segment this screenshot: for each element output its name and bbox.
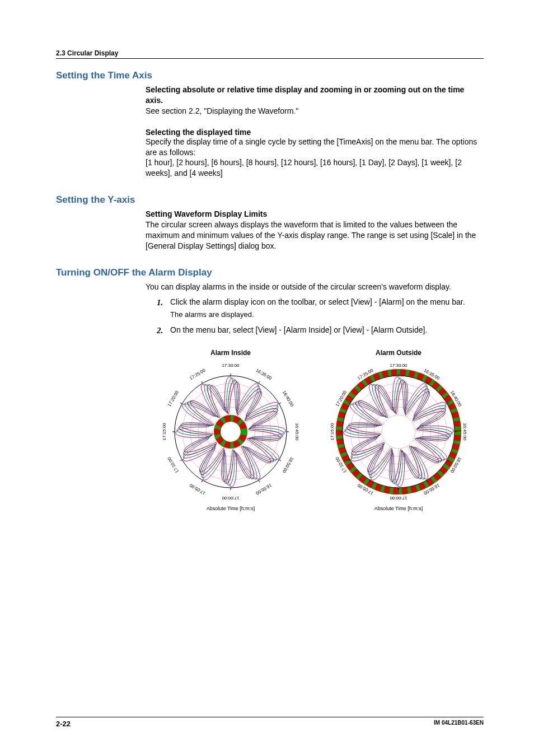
subheading-waveform-limits: Setting Waveform Display Limits xyxy=(146,209,484,220)
polar-chart-outside: 17:30:0016:35:0016:40:0016:45:0016:50:00… xyxy=(326,359,471,505)
axis-label-inside: Absolute Time [h:m:s] xyxy=(158,506,303,511)
step-1-text: Click the alarm display icon on the tool… xyxy=(170,297,465,306)
svg-text:17:30:00: 17:30:00 xyxy=(222,363,240,368)
svg-line-22 xyxy=(279,460,281,461)
svg-text:17:25:00: 17:25:00 xyxy=(189,368,207,381)
svg-text:16:50:00: 16:50:00 xyxy=(282,456,295,474)
svg-text:17:10:00: 17:10:00 xyxy=(167,456,180,474)
text-waveform-limits: The circular screen always displays the … xyxy=(146,220,484,251)
svg-line-34 xyxy=(180,460,182,461)
svg-text:16:35:00: 16:35:00 xyxy=(255,368,273,381)
svg-text:17:15:00: 17:15:00 xyxy=(330,423,335,441)
chart-alarm-inside: Alarm Inside 17:30:0016:35:0016:40:0016:… xyxy=(158,349,303,511)
text-alarm-intro: You can display alarms in the inside or … xyxy=(146,282,484,292)
svg-line-43 xyxy=(202,381,203,383)
page-footer: 2-22 IM 04L21B01-63EN xyxy=(56,717,484,728)
svg-text:16:45:00: 16:45:00 xyxy=(462,423,467,441)
chart-alarm-outside: Alarm Outside 17:30:0016:35:0016:40:0016… xyxy=(326,349,471,511)
axis-label-outside: Absolute Time [h:m:s] xyxy=(326,506,471,511)
subheading-displayed-time: Selecting the displayed time xyxy=(146,128,484,137)
chart-title-outside: Alarm Outside xyxy=(326,349,471,357)
svg-line-25 xyxy=(259,480,260,482)
heading-time-axis: Setting the Time Axis xyxy=(56,70,484,81)
svg-text:16:40:00: 16:40:00 xyxy=(282,390,295,408)
text-displayed-time-2: [1 hour], [2 hours], [6 hours], [8 hours… xyxy=(146,157,484,179)
subheading-abs-rel: Selecting absolute or relative time disp… xyxy=(146,85,484,106)
svg-text:17:20:00: 17:20:00 xyxy=(167,390,180,408)
svg-text:16:55:00: 16:55:00 xyxy=(255,483,273,496)
svg-line-16 xyxy=(279,403,281,404)
heading-alarm-display: Turning ON/OFF the Alarm Display xyxy=(56,267,484,278)
step-number-2: 2. xyxy=(157,325,163,336)
text-see-section: See section 2.2, "Displaying the Wavefor… xyxy=(146,106,484,116)
page-number: 2-22 xyxy=(56,720,71,728)
chart-title-inside: Alarm Inside xyxy=(158,349,303,357)
step-2-text: On the menu bar, select [View] - [Alarm … xyxy=(170,325,427,334)
svg-text:17:00:00: 17:00:00 xyxy=(222,496,240,501)
polar-chart-inside: 17:30:0016:35:0016:40:0016:45:0016:50:00… xyxy=(158,359,303,505)
step-2: 2. On the menu bar, select [View] - [Ala… xyxy=(157,325,484,335)
svg-point-47 xyxy=(382,415,415,449)
doc-id: IM 04L21B01-63EN xyxy=(434,720,484,728)
charts-row: Alarm Inside 17:30:0016:35:0016:40:0016:… xyxy=(146,349,484,511)
heading-y-axis: Setting the Y-axis xyxy=(56,194,484,206)
svg-line-31 xyxy=(202,480,203,482)
svg-text:17:15:00: 17:15:00 xyxy=(162,423,167,441)
svg-line-40 xyxy=(180,403,182,404)
svg-text:17:30:00: 17:30:00 xyxy=(390,363,407,368)
svg-text:17:00:00: 17:00:00 xyxy=(390,496,407,501)
svg-text:17:05:00: 17:05:00 xyxy=(189,483,207,496)
step-1-sub: The alarms are displayed. xyxy=(170,310,484,320)
text-displayed-time-1: Specify the display time of a single cyc… xyxy=(146,137,484,158)
step-1: 1. Click the alarm display icon on the t… xyxy=(157,297,484,319)
step-number-1: 1. xyxy=(157,297,163,308)
svg-line-13 xyxy=(259,381,260,383)
section-header: 2.3 Circular Display xyxy=(56,49,484,59)
svg-text:16:45:00: 16:45:00 xyxy=(294,423,299,441)
